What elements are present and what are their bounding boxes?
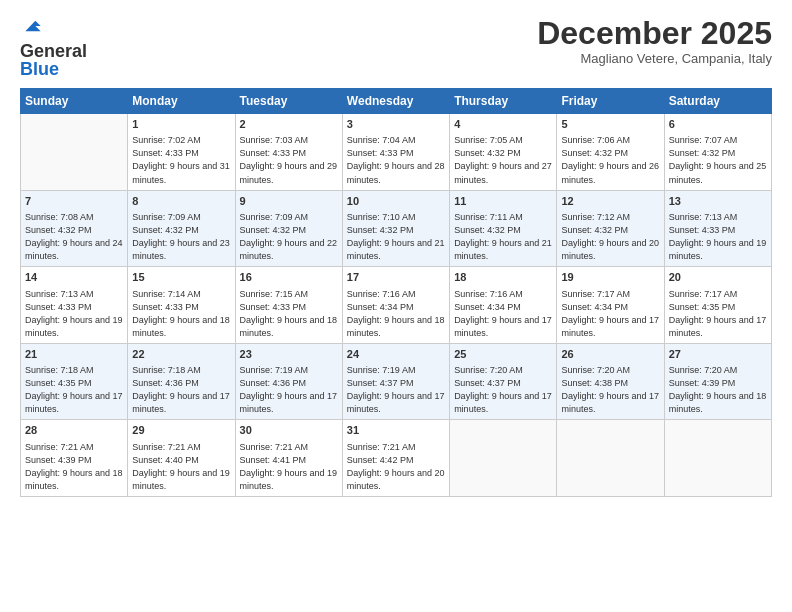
day-number: 19 [561,270,659,285]
day-info: Sunrise: 7:21 AMSunset: 4:41 PMDaylight:… [240,441,338,493]
day-info: Sunrise: 7:04 AMSunset: 4:33 PMDaylight:… [347,134,445,186]
day-info: Sunrise: 7:21 AMSunset: 4:40 PMDaylight:… [132,441,230,493]
logo-general-text: General [20,41,87,61]
calendar-week-4: 21Sunrise: 7:18 AMSunset: 4:35 PMDayligh… [21,343,772,420]
day-number: 21 [25,347,123,362]
day-number: 13 [669,194,767,209]
day-info: Sunrise: 7:13 AMSunset: 4:33 PMDaylight:… [669,211,767,263]
calendar-cell: 18Sunrise: 7:16 AMSunset: 4:34 PMDayligh… [450,267,557,344]
day-number: 8 [132,194,230,209]
day-number: 22 [132,347,230,362]
day-info: Sunrise: 7:20 AMSunset: 4:37 PMDaylight:… [454,364,552,416]
header-sunday: Sunday [21,89,128,114]
page-header: General Blue December 2025 Magliano Vete… [20,16,772,78]
day-info: Sunrise: 7:14 AMSunset: 4:33 PMDaylight:… [132,288,230,340]
day-info: Sunrise: 7:15 AMSunset: 4:33 PMDaylight:… [240,288,338,340]
calendar-cell: 30Sunrise: 7:21 AMSunset: 4:41 PMDayligh… [235,420,342,497]
day-number: 20 [669,270,767,285]
month-title: December 2025 [537,16,772,51]
day-number: 10 [347,194,445,209]
day-info: Sunrise: 7:12 AMSunset: 4:32 PMDaylight:… [561,211,659,263]
day-info: Sunrise: 7:21 AMSunset: 4:39 PMDaylight:… [25,441,123,493]
day-number: 27 [669,347,767,362]
day-info: Sunrise: 7:10 AMSunset: 4:32 PMDaylight:… [347,211,445,263]
calendar-header-row: Sunday Monday Tuesday Wednesday Thursday… [21,89,772,114]
day-number: 2 [240,117,338,132]
svg-marker-0 [25,21,40,32]
day-info: Sunrise: 7:20 AMSunset: 4:39 PMDaylight:… [669,364,767,416]
calendar-cell: 10Sunrise: 7:10 AMSunset: 4:32 PMDayligh… [342,190,449,267]
day-info: Sunrise: 7:06 AMSunset: 4:32 PMDaylight:… [561,134,659,186]
day-info: Sunrise: 7:13 AMSunset: 4:33 PMDaylight:… [25,288,123,340]
header-friday: Friday [557,89,664,114]
header-saturday: Saturday [664,89,771,114]
day-info: Sunrise: 7:21 AMSunset: 4:42 PMDaylight:… [347,441,445,493]
header-monday: Monday [128,89,235,114]
calendar-cell: 23Sunrise: 7:19 AMSunset: 4:36 PMDayligh… [235,343,342,420]
calendar-cell: 28Sunrise: 7:21 AMSunset: 4:39 PMDayligh… [21,420,128,497]
calendar-cell: 6Sunrise: 7:07 AMSunset: 4:32 PMDaylight… [664,114,771,191]
day-info: Sunrise: 7:16 AMSunset: 4:34 PMDaylight:… [347,288,445,340]
calendar-cell: 7Sunrise: 7:08 AMSunset: 4:32 PMDaylight… [21,190,128,267]
logo-icon [22,16,42,36]
calendar-cell: 1Sunrise: 7:02 AMSunset: 4:33 PMDaylight… [128,114,235,191]
header-thursday: Thursday [450,89,557,114]
day-info: Sunrise: 7:19 AMSunset: 4:36 PMDaylight:… [240,364,338,416]
day-info: Sunrise: 7:17 AMSunset: 4:35 PMDaylight:… [669,288,767,340]
day-info: Sunrise: 7:09 AMSunset: 4:32 PMDaylight:… [240,211,338,263]
calendar-cell: 25Sunrise: 7:20 AMSunset: 4:37 PMDayligh… [450,343,557,420]
day-info: Sunrise: 7:09 AMSunset: 4:32 PMDaylight:… [132,211,230,263]
day-number: 11 [454,194,552,209]
calendar-cell: 11Sunrise: 7:11 AMSunset: 4:32 PMDayligh… [450,190,557,267]
calendar-cell: 20Sunrise: 7:17 AMSunset: 4:35 PMDayligh… [664,267,771,344]
calendar-cell: 13Sunrise: 7:13 AMSunset: 4:33 PMDayligh… [664,190,771,267]
calendar-cell: 4Sunrise: 7:05 AMSunset: 4:32 PMDaylight… [450,114,557,191]
title-block: December 2025 Magliano Vetere, Campania,… [537,16,772,66]
calendar-cell: 3Sunrise: 7:04 AMSunset: 4:33 PMDaylight… [342,114,449,191]
calendar-cell: 9Sunrise: 7:09 AMSunset: 4:32 PMDaylight… [235,190,342,267]
calendar-cell [450,420,557,497]
location: Magliano Vetere, Campania, Italy [537,51,772,66]
day-number: 16 [240,270,338,285]
calendar-cell [664,420,771,497]
day-number: 24 [347,347,445,362]
calendar-week-2: 7Sunrise: 7:08 AMSunset: 4:32 PMDaylight… [21,190,772,267]
calendar-cell: 14Sunrise: 7:13 AMSunset: 4:33 PMDayligh… [21,267,128,344]
calendar-cell: 8Sunrise: 7:09 AMSunset: 4:32 PMDaylight… [128,190,235,267]
header-wednesday: Wednesday [342,89,449,114]
day-number: 18 [454,270,552,285]
day-number: 25 [454,347,552,362]
day-number: 14 [25,270,123,285]
day-info: Sunrise: 7:03 AMSunset: 4:33 PMDaylight:… [240,134,338,186]
day-number: 4 [454,117,552,132]
day-number: 5 [561,117,659,132]
logo: General Blue [20,16,87,78]
day-number: 30 [240,423,338,438]
calendar-week-5: 28Sunrise: 7:21 AMSunset: 4:39 PMDayligh… [21,420,772,497]
day-number: 6 [669,117,767,132]
day-info: Sunrise: 7:02 AMSunset: 4:33 PMDaylight:… [132,134,230,186]
day-number: 28 [25,423,123,438]
calendar-cell: 22Sunrise: 7:18 AMSunset: 4:36 PMDayligh… [128,343,235,420]
calendar-cell [557,420,664,497]
calendar-cell: 16Sunrise: 7:15 AMSunset: 4:33 PMDayligh… [235,267,342,344]
calendar-cell: 27Sunrise: 7:20 AMSunset: 4:39 PMDayligh… [664,343,771,420]
calendar-cell: 26Sunrise: 7:20 AMSunset: 4:38 PMDayligh… [557,343,664,420]
day-number: 26 [561,347,659,362]
calendar-cell: 19Sunrise: 7:17 AMSunset: 4:34 PMDayligh… [557,267,664,344]
day-info: Sunrise: 7:18 AMSunset: 4:35 PMDaylight:… [25,364,123,416]
day-number: 9 [240,194,338,209]
calendar-cell: 5Sunrise: 7:06 AMSunset: 4:32 PMDaylight… [557,114,664,191]
calendar-cell: 21Sunrise: 7:18 AMSunset: 4:35 PMDayligh… [21,343,128,420]
calendar-cell: 17Sunrise: 7:16 AMSunset: 4:34 PMDayligh… [342,267,449,344]
calendar-cell: 29Sunrise: 7:21 AMSunset: 4:40 PMDayligh… [128,420,235,497]
day-info: Sunrise: 7:11 AMSunset: 4:32 PMDaylight:… [454,211,552,263]
calendar-week-3: 14Sunrise: 7:13 AMSunset: 4:33 PMDayligh… [21,267,772,344]
calendar-cell: 12Sunrise: 7:12 AMSunset: 4:32 PMDayligh… [557,190,664,267]
calendar-table: Sunday Monday Tuesday Wednesday Thursday… [20,88,772,497]
day-number: 3 [347,117,445,132]
calendar-cell: 2Sunrise: 7:03 AMSunset: 4:33 PMDaylight… [235,114,342,191]
header-tuesday: Tuesday [235,89,342,114]
logo-blue-text: Blue [20,59,59,79]
day-info: Sunrise: 7:16 AMSunset: 4:34 PMDaylight:… [454,288,552,340]
